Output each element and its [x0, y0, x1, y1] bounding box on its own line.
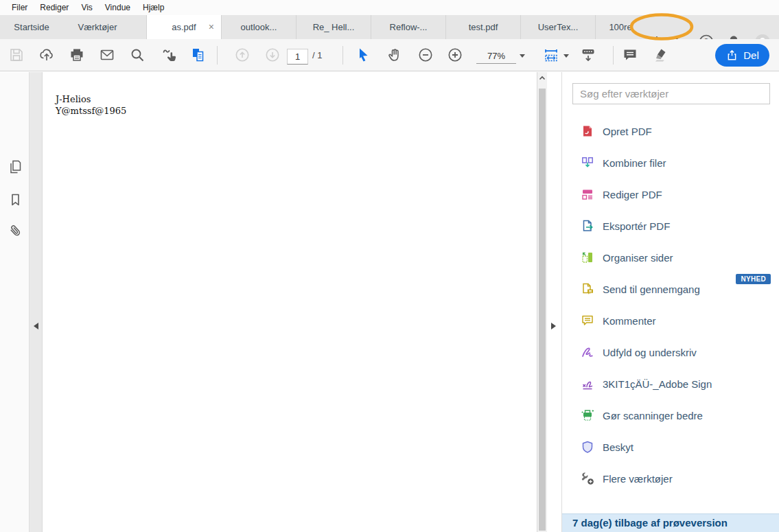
- menu-vis[interactable]: Vis: [75, 0, 98, 15]
- tab-document-as-pdf[interactable]: as.pdf ×: [146, 15, 221, 39]
- copy-pages-icon[interactable]: [190, 47, 207, 63]
- tab-document-reflow[interactable]: Reflow-...: [371, 15, 445, 39]
- trial-banner: 7 dag(e) tilbage af prøveversion: [562, 513, 779, 532]
- main-toolbar: / 1 77% Del: [0, 39, 779, 71]
- tab-document-100re[interactable]: 100re: [595, 15, 645, 39]
- document-text-line: J-Helios: [56, 93, 126, 105]
- previous-page-icon[interactable]: [234, 47, 251, 63]
- nyhed-badge: NYHED: [736, 274, 771, 284]
- tab-document-re-hell[interactable]: Re_ Hell...: [296, 15, 371, 39]
- vertical-scrollbar[interactable]: [537, 72, 547, 532]
- share-label: Del: [743, 49, 759, 61]
- cloud-upload-icon[interactable]: [38, 47, 55, 63]
- tab-vaerktojer[interactable]: Værktøjer: [63, 15, 132, 39]
- menu-rediger[interactable]: Rediger: [34, 0, 75, 15]
- page-thumbnails-icon[interactable]: [7, 159, 23, 175]
- close-icon[interactable]: ×: [209, 15, 214, 39]
- tool-item-beskyt[interactable]: Beskyt: [562, 431, 779, 463]
- tab-document-usertex[interactable]: UserTex...: [520, 15, 595, 39]
- share-icon: [725, 49, 739, 62]
- tab-document-outlook[interactable]: outlook...: [221, 15, 296, 39]
- protect-shield-icon: [581, 440, 594, 454]
- fill-and-sign-icon: [581, 345, 594, 359]
- tool-item-label: Rediger PDF: [603, 189, 662, 200]
- attachments-paperclip-icon[interactable]: [7, 222, 23, 239]
- select-tool-cursor-icon[interactable]: [356, 47, 372, 63]
- left-navigation-rail: [0, 72, 29, 532]
- chevron-down-icon[interactable]: [563, 54, 569, 58]
- tab-label: as.pdf: [172, 22, 196, 32]
- tab-bar: Startside Værktøjer as.pdf × outlook... …: [0, 15, 779, 39]
- edit-pdf-icon: [581, 187, 594, 201]
- toolbar-separator: [613, 46, 614, 65]
- page-count-label: / 1: [312, 50, 322, 60]
- collapse-panel-arrow-icon[interactable]: [34, 323, 38, 329]
- tool-item-kommenter[interactable]: Kommenter: [562, 305, 779, 336]
- tool-item-label: Organiser sider: [603, 252, 673, 264]
- tools-list: Opret PDF Kombiner filer Rediger PDF Eks…: [562, 115, 779, 494]
- menu-hjaelp[interactable]: Hjælp: [137, 0, 170, 15]
- tool-item-flere-vaerktojer[interactable]: Flere værktøjer: [562, 463, 779, 494]
- tool-item-eksporter-pdf[interactable]: Eksportér PDF: [562, 210, 779, 242]
- menu-bar: Filer Rediger Vis Vindue Hjælp: [0, 0, 779, 15]
- tools-panel: Opret PDF Kombiner filer Rediger PDF Eks…: [561, 72, 779, 532]
- expand-tools-panel-arrow-icon[interactable]: [551, 323, 556, 329]
- toolbar-separator: [342, 46, 343, 65]
- export-pdf-icon: [581, 219, 594, 233]
- trial-banner-text: 7 dag(e) tilbage af prøveversion: [572, 514, 779, 531]
- create-pdf-icon: [581, 124, 594, 138]
- tool-item-label: Udfyld og underskriv: [603, 347, 697, 358]
- hand-tool-icon[interactable]: [386, 47, 403, 63]
- email-icon[interactable]: [99, 47, 115, 63]
- document-text-line: Y@mtssf@1965: [56, 105, 126, 117]
- fit-width-icon[interactable]: [543, 47, 559, 63]
- organize-pages-icon: [581, 251, 594, 264]
- scrollbar-up-chevron-icon[interactable]: [538, 74, 546, 84]
- zoom-level-dropdown[interactable]: 77%: [476, 49, 516, 64]
- tool-item-label: Send til gennemgang: [603, 284, 700, 295]
- tool-item-send-til-gennemgang[interactable]: Send til gennemgang NYHED: [562, 273, 779, 305]
- tool-item-udfyld-og-underskriv[interactable]: Udfyld og underskriv: [562, 336, 779, 368]
- tool-item-kombiner-filer[interactable]: Kombiner filer: [562, 147, 779, 178]
- comment-icon: [581, 314, 594, 327]
- next-page-icon[interactable]: [264, 47, 281, 63]
- tool-item-opret-pdf[interactable]: Opret PDF: [562, 115, 779, 147]
- adobe-sign-icon: [581, 377, 594, 391]
- combine-files-icon: [581, 156, 594, 170]
- tab-startside[interactable]: Startside: [0, 15, 63, 39]
- save-icon[interactable]: [8, 47, 25, 63]
- zoom-in-icon[interactable]: [447, 47, 463, 63]
- send-for-review-icon: [581, 282, 594, 296]
- chevron-down-icon[interactable]: [520, 54, 525, 58]
- toolbar-separator: [217, 46, 218, 65]
- menu-filer[interactable]: Filer: [5, 0, 34, 15]
- bookmarks-icon[interactable]: [7, 192, 23, 208]
- scrollbar-thumb[interactable]: [539, 89, 546, 531]
- tool-item-gor-scanninger-bedre[interactable]: Gør scanninger bedre: [562, 400, 779, 431]
- scroll-mode-icon[interactable]: [580, 47, 596, 63]
- tools-search-input[interactable]: [572, 83, 770, 104]
- zoom-out-icon[interactable]: [417, 47, 434, 63]
- tool-item-label: 3KIT1çÄÜ-_Adobe Sign: [603, 378, 712, 390]
- tool-item-label: Opret PDF: [603, 126, 652, 137]
- more-tools-wrench-icon: [581, 472, 594, 485]
- tool-item-label: Eksportér PDF: [603, 220, 670, 232]
- tab-gap: [132, 15, 146, 39]
- share-del-button[interactable]: Del: [715, 44, 769, 67]
- highlighter-icon[interactable]: [653, 47, 669, 63]
- tool-item-label: Kombiner filer: [603, 157, 666, 169]
- document-page: J-Helios Y@mtssf@1965: [43, 72, 537, 532]
- tool-item-label: Flere værktøjer: [603, 473, 673, 485]
- tool-item-label: Beskyt: [603, 441, 633, 453]
- comment-tool-icon[interactable]: [622, 47, 638, 63]
- page-number-input[interactable]: [287, 49, 308, 65]
- tool-item-label: Gør scanninger bedre: [603, 410, 703, 421]
- search-icon[interactable]: [129, 47, 146, 63]
- sign-gesture-icon[interactable]: [161, 47, 178, 63]
- tab-document-test-pdf[interactable]: test.pdf: [445, 15, 520, 39]
- print-icon[interactable]: [69, 47, 85, 63]
- tool-item-organiser-sider[interactable]: Organiser sider: [562, 242, 779, 273]
- tool-item-rediger-pdf[interactable]: Rediger PDF: [562, 178, 779, 210]
- menu-vindue[interactable]: Vindue: [99, 0, 137, 15]
- tool-item-adobe-sign[interactable]: 3KIT1çÄÜ-_Adobe Sign: [562, 368, 779, 400]
